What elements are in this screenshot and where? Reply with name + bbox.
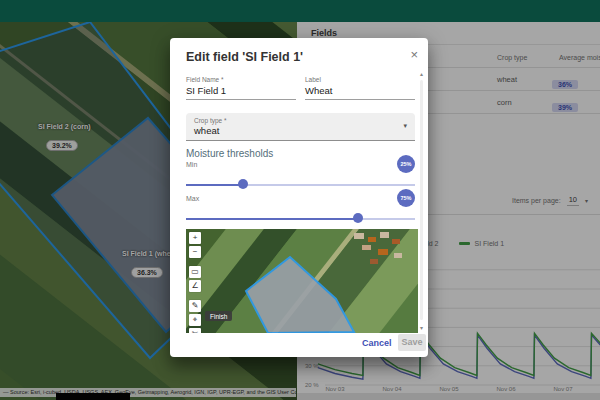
- close-icon[interactable]: ×: [410, 48, 418, 61]
- edit-field-dialog: Edit field 'SI Field 1' × Field Name * S…: [170, 38, 428, 357]
- save-button[interactable]: Save: [398, 334, 426, 351]
- draw-box-tool-icon[interactable]: ▭: [189, 266, 201, 278]
- field-name-label: Field Name *: [186, 76, 296, 83]
- field-geometry-map[interactable]: + − ▭ ∠ ✎ ⌖ ✂ Finish: [186, 229, 418, 333]
- max-slider[interactable]: [186, 213, 415, 223]
- modal-scrollbar[interactable]: [420, 80, 423, 320]
- crop-type-select[interactable]: Crop type * wheat ▾: [186, 113, 415, 141]
- chevron-down-icon: ▾: [403, 122, 407, 130]
- cut-tool-icon[interactable]: ✂: [189, 328, 201, 333]
- label-input[interactable]: Label Wheat: [305, 76, 415, 100]
- cancel-button[interactable]: Cancel: [362, 338, 392, 348]
- crop-type-label: Crop type *: [194, 117, 407, 124]
- max-label: Max: [186, 195, 199, 202]
- label-label: Label: [305, 76, 415, 83]
- field-name-value: SI Field 1: [186, 85, 296, 96]
- label-value: Wheat: [305, 85, 415, 96]
- min-value-badge: 25%: [397, 155, 415, 173]
- max-slider-fill: [186, 218, 358, 220]
- dialog-title: Edit field 'SI Field 1': [186, 50, 303, 64]
- finish-tooltip: Finish: [205, 311, 232, 321]
- min-slider-fill: [186, 184, 243, 186]
- min-label: Min: [186, 161, 197, 168]
- min-slider[interactable]: [186, 179, 415, 189]
- modify-tool-icon[interactable]: ✎: [189, 300, 201, 312]
- max-value-badge: 75%: [397, 189, 415, 207]
- draw-polygon-tool-icon[interactable]: ∠: [189, 280, 201, 292]
- min-slider-thumb[interactable]: [238, 179, 248, 189]
- max-slider-thumb[interactable]: [353, 213, 363, 223]
- move-tool-icon[interactable]: ⌖: [189, 314, 201, 326]
- scroll-down-icon[interactable]: ▾: [419, 324, 424, 331]
- field-name-input[interactable]: Field Name * SI Field 1: [186, 76, 296, 100]
- scroll-up-icon[interactable]: ▴: [419, 70, 424, 77]
- app-window: SI Field 2 (corn) 39.2% SI Field 1 (whea…: [0, 0, 600, 400]
- zoom-out-icon[interactable]: −: [189, 246, 201, 258]
- crop-type-value: wheat: [194, 125, 407, 136]
- zoom-in-icon[interactable]: +: [189, 232, 201, 244]
- moisture-thresholds-title: Moisture thresholds: [186, 148, 273, 159]
